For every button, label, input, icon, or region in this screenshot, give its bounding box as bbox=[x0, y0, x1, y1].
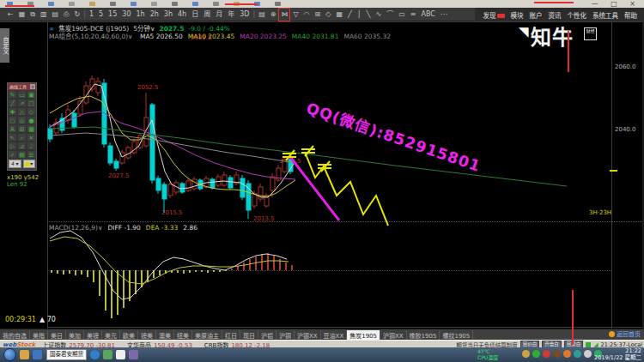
drawing-tool-icon[interactable]: ⊞ bbox=[17, 124, 27, 133]
background-toolbar-icon[interactable] bbox=[69, 2, 75, 6]
menu-item[interactable]: 账户 bbox=[530, 10, 543, 20]
background-toolbar-icon[interactable] bbox=[172, 2, 178, 6]
toolbar-nav-icon[interactable]: ⧉ bbox=[27, 9, 38, 21]
draw-tool-icon[interactable]: ⊞ bbox=[313, 9, 324, 21]
draw-tool-icon[interactable]: ABC bbox=[418, 9, 437, 21]
draw-tool-icon[interactable]: ◠ bbox=[301, 9, 313, 21]
browser-icon[interactable] bbox=[90, 350, 100, 359]
toolbar-nav-icon[interactable]: ▥ bbox=[38, 9, 50, 21]
drawing-tool-icon[interactable]: ⌕ bbox=[17, 133, 27, 142]
menu-item[interactable]: 模块 bbox=[511, 10, 524, 20]
period-button[interactable]: 3h bbox=[161, 9, 175, 21]
contract-tab[interactable]: 沪银XX bbox=[295, 330, 321, 341]
contract-tab[interactable]: 我的自选 bbox=[0, 330, 30, 341]
contract-tab[interactable]: 美镑 bbox=[84, 330, 102, 341]
draw-tool-icon[interactable]: ▽ bbox=[290, 9, 301, 21]
draw-tool-icon[interactable]: ▦ bbox=[333, 9, 345, 21]
drawing-tool-icon[interactable]: ⊿ bbox=[17, 142, 27, 150]
drawing-tool-icon[interactable]: ◎ bbox=[17, 116, 27, 124]
contract-tab[interactable]: 沪铜 bbox=[276, 330, 295, 341]
drawing-tool-icon[interactable]: A bbox=[8, 124, 17, 133]
draw-tool-icon[interactable]: │ bbox=[355, 9, 364, 21]
drawing-tool-icon[interactable]: ✚ bbox=[8, 107, 17, 116]
taskbar-clock[interactable]: 21:22 2019/1/22 星期二 bbox=[594, 348, 641, 361]
contract-tab[interactable]: 美加 bbox=[66, 330, 84, 341]
home-button[interactable]: 返回首页 bbox=[609, 329, 641, 338]
tray-icon[interactable] bbox=[543, 350, 550, 358]
tray-icon[interactable] bbox=[522, 350, 530, 358]
drawing-tool-icon[interactable]: ✓ bbox=[8, 150, 17, 159]
contract-tab[interactable]: 美元 bbox=[102, 330, 120, 341]
period-button[interactable]: 1 bbox=[87, 9, 96, 21]
window-controls[interactable]: — □ × bbox=[592, 0, 641, 8]
drawing-tool-icon[interactable]: □ bbox=[27, 99, 36, 107]
start-button[interactable] bbox=[3, 348, 16, 361]
tray-icon[interactable] bbox=[563, 350, 571, 358]
period-button[interactable]: 周 bbox=[201, 9, 213, 21]
background-toolbar-icon[interactable] bbox=[192, 2, 198, 6]
contract-tab[interactable]: 美原油主 bbox=[192, 330, 222, 341]
taskbar-window-label[interactable]: 国泰君安期货 bbox=[46, 349, 87, 360]
sidebar-vertical-tab[interactable]: 自定义 bbox=[0, 28, 9, 63]
drawing-tool-icon[interactable]: △ bbox=[17, 107, 27, 116]
app-icon[interactable] bbox=[33, 350, 42, 359]
period-button[interactable]: 年 bbox=[225, 9, 237, 21]
pane-splitter[interactable] bbox=[47, 221, 642, 222]
contract-tab[interactable]: 橡胶1905 bbox=[407, 330, 440, 341]
contract-tab[interactable]: 美指 bbox=[30, 330, 48, 341]
contract-tab[interactable]: 现日 bbox=[240, 330, 258, 341]
contract-tab[interactable]: 沪铝 bbox=[258, 330, 276, 341]
contract-tab[interactable]: 欧美 bbox=[120, 330, 138, 341]
contract-tab[interactable]: 美日 bbox=[48, 330, 66, 341]
ma-setting[interactable]: MA组合(5,10,20,40,60,0)∨ bbox=[49, 33, 133, 40]
toolbar-nav-icon[interactable]: ← bbox=[5, 9, 16, 21]
drawing-tool-icon[interactable]: ↗ bbox=[17, 99, 27, 107]
app-icon[interactable] bbox=[103, 350, 112, 359]
tray-icon[interactable] bbox=[553, 350, 561, 358]
background-toolbar-icon[interactable] bbox=[48, 2, 54, 6]
line-width-dropdown[interactable]: 4 ▾ bbox=[9, 160, 21, 168]
toolbar-nav-icon[interactable]: ▤ bbox=[50, 9, 62, 21]
drawing-tool-icon[interactable]: ▣ bbox=[27, 90, 36, 99]
line-color-dropdown[interactable]: ▾ bbox=[23, 160, 36, 168]
drawing-tool-icon[interactable]: ▭ bbox=[17, 90, 27, 99]
period-button[interactable]: 5 bbox=[96, 9, 106, 21]
macd-setting[interactable]: MACD(12,26,9)∨ bbox=[49, 224, 102, 232]
drawing-tool-icon[interactable]: ▤ bbox=[17, 150, 27, 159]
tools-panel-titlebar[interactable]: 画线工具 × bbox=[8, 83, 36, 90]
draw-tool-icon[interactable]: ╲ bbox=[364, 9, 374, 21]
draw-tool-icon[interactable]: ╱ bbox=[345, 9, 355, 21]
drawing-tool-icon[interactable]: ↖ bbox=[8, 133, 17, 142]
contract-tab[interactable]: 豆油XX bbox=[321, 330, 348, 341]
background-toolbar-icon[interactable] bbox=[110, 2, 116, 6]
app-icon[interactable] bbox=[116, 350, 125, 359]
drawing-tool-icon[interactable]: ♩ bbox=[27, 142, 36, 150]
drawing-tool-icon[interactable]: ▩ bbox=[27, 124, 36, 133]
period-button[interactable]: 月 bbox=[213, 9, 225, 21]
background-toolbar-icon[interactable] bbox=[213, 2, 219, 6]
contract-tab[interactable]: 澳美 bbox=[156, 330, 174, 341]
contract-tab[interactable]: 焦炭1905 bbox=[347, 330, 380, 341]
folder-icon[interactable] bbox=[20, 350, 29, 359]
background-toolbar-icon[interactable] bbox=[131, 2, 137, 6]
drawing-tool-icon[interactable]: ╱ bbox=[8, 99, 17, 107]
draw-tool-icon[interactable]: ⊕ bbox=[268, 9, 279, 21]
close-icon[interactable]: × bbox=[30, 84, 35, 89]
contract-tab[interactable]: 沪铜XX bbox=[380, 330, 407, 341]
drawing-tool-icon[interactable]: ● bbox=[27, 116, 36, 124]
draw-tool-icon[interactable]: ⋯ bbox=[438, 9, 450, 21]
background-toolbar-icon[interactable] bbox=[151, 2, 157, 6]
period-button[interactable]: 2h bbox=[148, 9, 161, 21]
tray-icon[interactable] bbox=[532, 350, 540, 358]
drawing-tool-icon[interactable]: ◇ bbox=[27, 107, 36, 116]
menu-item[interactable]: 发现 bbox=[483, 10, 505, 20]
contract-tab[interactable]: 红日 bbox=[222, 330, 240, 341]
draw-tool-icon[interactable]: ⋈ bbox=[278, 8, 290, 21]
app-icon[interactable] bbox=[129, 350, 138, 359]
drawing-tool-icon[interactable]: ☰ bbox=[27, 150, 36, 159]
period-button[interactable]: 1h bbox=[133, 9, 147, 21]
drawing-tool-icon[interactable]: ✎ bbox=[8, 90, 17, 99]
tray-icon[interactable] bbox=[574, 350, 581, 358]
menu-item[interactable]: 个性化 bbox=[568, 10, 587, 20]
drawing-tool-icon[interactable]: ✕ bbox=[27, 133, 36, 142]
